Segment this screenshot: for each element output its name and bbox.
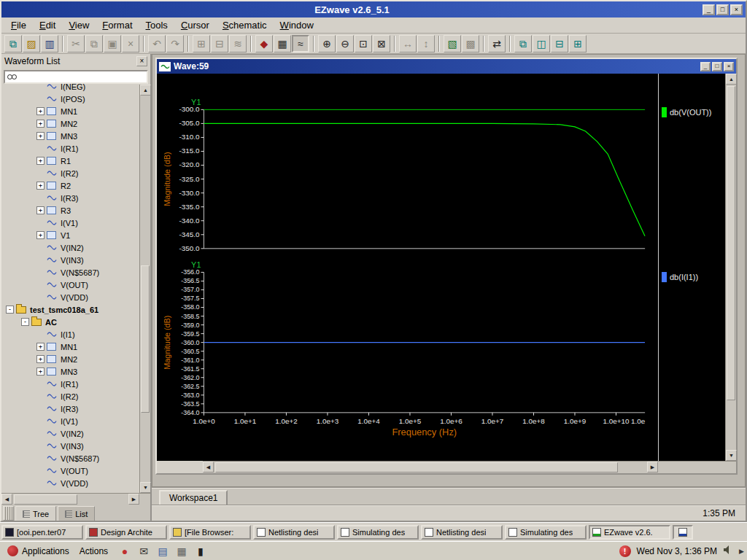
expand-icon[interactable]: + bbox=[36, 132, 44, 140]
expand-icon[interactable]: + bbox=[36, 206, 44, 214]
wave-vertical-scrollbar[interactable]: ▲ ▼ bbox=[725, 74, 736, 461]
cascade-windows-button[interactable]: ⧉ bbox=[514, 35, 532, 52]
marker-button[interactable]: ◆ bbox=[255, 35, 273, 52]
printer-launcher[interactable]: ▦ bbox=[174, 543, 190, 559]
tree-item[interactable]: I(V1) bbox=[1, 217, 139, 229]
tree-item[interactable]: +R3 bbox=[1, 204, 139, 217]
tree-item[interactable]: V(VDD) bbox=[1, 477, 139, 489]
menu-tools[interactable]: Tools bbox=[139, 18, 174, 32]
tree-item[interactable]: V(IN2) bbox=[1, 241, 139, 254]
tree-item[interactable]: -test_tsmc018a_61 bbox=[1, 303, 139, 316]
zoom-area-button[interactable]: ⊡ bbox=[355, 35, 372, 52]
minimize-button[interactable]: _ bbox=[703, 4, 715, 15]
collapse-icon[interactable]: - bbox=[6, 306, 14, 314]
workspace-tab[interactable]: Workspace1 bbox=[159, 490, 228, 505]
scroll-track[interactable] bbox=[12, 494, 128, 505]
tile-horizontally-button[interactable]: ◫ bbox=[533, 35, 550, 52]
tab-tree[interactable]: Tree bbox=[15, 506, 56, 521]
menu-view[interactable]: View bbox=[62, 18, 96, 32]
scrollbar-thumb[interactable] bbox=[215, 462, 618, 472]
wave-close-button[interactable]: × bbox=[724, 62, 734, 71]
menu-schematic[interactable]: Schematic bbox=[216, 18, 274, 32]
web-browser-launcher[interactable]: ● bbox=[117, 543, 133, 559]
tree-item[interactable]: +MN1 bbox=[1, 105, 139, 117]
wave-window-titlebar[interactable]: Wave:59 _ □ × bbox=[157, 59, 736, 74]
scrollbar-thumb[interactable] bbox=[14, 494, 77, 505]
terminal-launcher[interactable]: ▮ bbox=[193, 543, 209, 559]
tree-item[interactable]: I(V1) bbox=[1, 415, 139, 427]
taskbar-button-design-architect[interactable]: Design Archite bbox=[85, 525, 167, 540]
tree-item[interactable]: V(N$5687) bbox=[1, 266, 139, 279]
scroll-track[interactable] bbox=[726, 85, 736, 450]
tree-item[interactable]: I(R3) bbox=[1, 402, 139, 415]
save-button[interactable]: ▥ bbox=[41, 35, 58, 52]
zoom-full-button[interactable]: ⊠ bbox=[373, 35, 390, 52]
menu-window[interactable]: Window bbox=[274, 18, 320, 32]
taskbar-button-terminal[interactable]: [ooi.pen.ter07 bbox=[1, 525, 83, 540]
measurements-button[interactable]: ▧ bbox=[444, 35, 461, 52]
panel-clock[interactable]: Wed Nov 3, 1:36 PM bbox=[637, 546, 718, 556]
panel-menu-actions[interactable]: Actions bbox=[75, 545, 112, 558]
alert-notification-icon[interactable]: ! bbox=[619, 545, 631, 557]
zoom-in-button[interactable]: ⊕ bbox=[318, 35, 336, 52]
tree-item[interactable]: +MN2 bbox=[1, 117, 139, 130]
tab-list[interactable]: List bbox=[58, 506, 95, 521]
new-waveform-window-button[interactable]: ⧉ bbox=[4, 35, 22, 52]
tree-item[interactable]: +MN3 bbox=[1, 130, 139, 142]
tree-item[interactable]: +MN3 bbox=[1, 365, 139, 378]
collapse-icon[interactable]: - bbox=[21, 318, 29, 326]
tree-item[interactable]: I(R1) bbox=[1, 142, 139, 155]
tree-vertical-scrollbar[interactable]: ▲ ▼ bbox=[139, 85, 150, 493]
taskbar-button-document[interactable]: Simulating des bbox=[337, 525, 419, 540]
tree-item[interactable]: I(I1) bbox=[1, 328, 139, 341]
tree-horizontal-scrollbar[interactable]: ◀ ▶ bbox=[1, 493, 139, 505]
tree-item[interactable]: I(R3) bbox=[1, 192, 139, 204]
scroll-track[interactable] bbox=[214, 462, 647, 473]
tree-item[interactable]: -AC bbox=[1, 316, 139, 328]
wave-minimize-button[interactable]: _ bbox=[700, 62, 711, 71]
taskbar-button-document[interactable]: Netlisting desi bbox=[253, 525, 335, 540]
plot-canvas[interactable]: -300.0-305.0-310.0-315.0-320.0-325.0-330… bbox=[157, 74, 658, 461]
scroll-left-button[interactable]: ◀ bbox=[203, 462, 214, 472]
tree-item[interactable]: V(N$5687) bbox=[1, 452, 139, 464]
menu-edit[interactable]: Edit bbox=[33, 18, 62, 32]
taskbar-button-file-browser[interactable]: [File Browser: bbox=[169, 525, 251, 540]
tree-item[interactable]: I(POS) bbox=[1, 93, 139, 105]
tree-item[interactable]: +MN1 bbox=[1, 341, 139, 353]
tree-item[interactable]: I(R1) bbox=[1, 378, 139, 390]
scroll-down-button[interactable]: ▼ bbox=[140, 482, 151, 493]
expand-icon[interactable]: + bbox=[36, 120, 44, 128]
taskbar-button-wave[interactable] bbox=[673, 525, 693, 540]
tree-item[interactable]: V(IN3) bbox=[1, 254, 139, 266]
scroll-track[interactable] bbox=[140, 96, 150, 482]
close-button[interactable]: × bbox=[730, 4, 743, 15]
scrollbar-thumb[interactable] bbox=[141, 265, 150, 412]
expand-icon[interactable]: + bbox=[36, 368, 44, 376]
table-view-button[interactable]: ▦ bbox=[274, 35, 291, 52]
titlebar[interactable]: EZwave v2.6_5.1 _ □ × bbox=[1, 1, 746, 18]
taskbar-button-document[interactable]: Netlisting desi bbox=[421, 525, 503, 540]
menu-file[interactable]: File bbox=[4, 18, 33, 32]
scroll-left-button[interactable]: ◀ bbox=[1, 494, 12, 505]
expand-icon[interactable]: + bbox=[36, 182, 44, 190]
volume-icon[interactable] bbox=[723, 545, 733, 556]
tree-item[interactable]: I(R2) bbox=[1, 390, 139, 402]
tree-item[interactable]: I(NEG) bbox=[1, 80, 139, 93]
file-manager-launcher[interactable]: ▤ bbox=[155, 543, 171, 559]
drag-drop-mode-button[interactable]: ≈ bbox=[292, 35, 309, 52]
tree-item[interactable]: V(OUT) bbox=[1, 464, 139, 477]
tile-vertically-button[interactable]: ⊟ bbox=[551, 35, 568, 52]
taskbar-button-ezwave[interactable]: EZwave v2.6. bbox=[589, 525, 670, 540]
expand-icon[interactable]: + bbox=[36, 343, 44, 351]
panel-menu-applications[interactable]: Applications bbox=[3, 544, 74, 558]
tree-item[interactable]: +V1 bbox=[1, 229, 139, 241]
tree-item[interactable]: +R2 bbox=[1, 179, 139, 192]
tree-item[interactable]: +MN2 bbox=[1, 353, 139, 365]
cursors-button[interactable]: ⇄ bbox=[488, 35, 506, 52]
expand-icon[interactable]: + bbox=[36, 157, 44, 165]
menu-format[interactable]: Format bbox=[96, 18, 139, 32]
wave-maximize-button[interactable]: □ bbox=[712, 62, 722, 71]
scroll-up-button[interactable]: ▲ bbox=[140, 85, 151, 96]
legend-entry[interactable]: db(I(I1)) bbox=[662, 272, 698, 282]
email-launcher[interactable]: ✉ bbox=[136, 543, 152, 559]
